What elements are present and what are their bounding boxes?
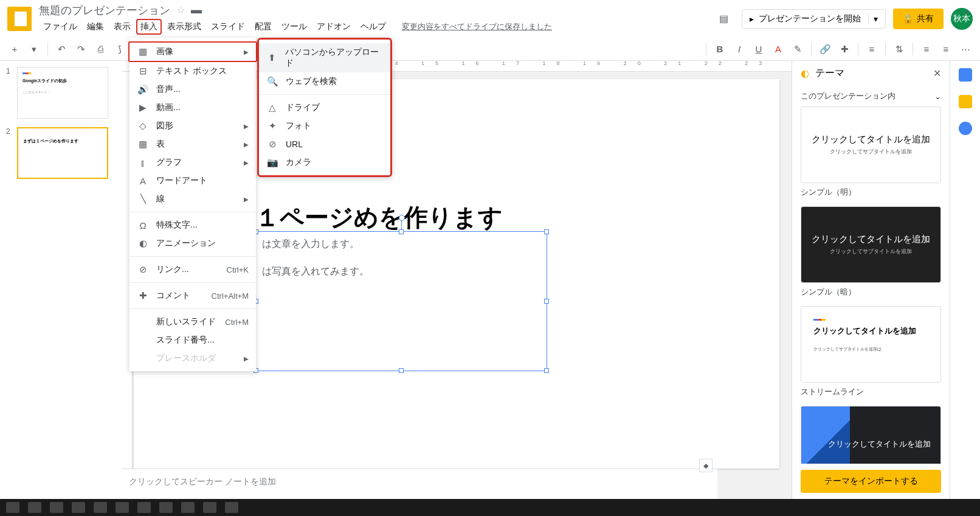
theme-item[interactable]: クリックしてタイトルを追加クリックしてサブタイトルを追加シンプル（明） [801,106,941,201]
speaker-notes[interactable]: クリックしてスピーカー ノートを追加 [122,469,717,499]
print-button[interactable]: ⎙ [92,41,109,58]
resize-handle[interactable] [399,368,404,373]
comment-button[interactable]: ✚ [836,41,853,58]
menu-item-音声...[interactable]: 🔊音声... [129,80,256,99]
submenu-item-label: ドライブ [286,102,320,113]
slide-thumbnail-1[interactable]: Googleスライドの初歩 ここからスタート... [17,67,108,119]
submenu-item-カメラ[interactable]: 📷カメラ [259,153,390,172]
menu-addons[interactable]: アドオン [312,19,355,35]
slide-title-text[interactable]: １ページめを作ります [255,201,503,234]
menu-item-label: 画像 [156,46,173,57]
menu-item-icon: ▦ [137,139,149,150]
menu-item-icon: ◐ [137,238,149,249]
submenu-item-ウェブを検索[interactable]: 🔍ウェブを検索 [259,72,390,91]
undo-button[interactable]: ↶ [53,41,70,58]
theme-item[interactable]: クリックしてタイトルを追加クリックしてサブタイトルを追加シンプル（暗） [801,206,941,301]
theme-item[interactable]: クリックしてタイトルを追加クリックしてサブタイトルを追加はストリームライン [801,306,941,401]
menu-item-テキスト ボックス[interactable]: ⊟テキスト ボックス [129,62,256,80]
submenu-item-ドライブ[interactable]: △ドライブ [259,99,390,117]
new-slide-button[interactable]: + [6,41,23,58]
comments-icon[interactable]: ▤ [713,8,734,30]
menu-item-表[interactable]: ▦表▶ [129,135,256,153]
menu-item-ワードアート[interactable]: Aワードアート [129,172,256,190]
link-button[interactable]: 🔗 [816,41,833,58]
menu-arrange[interactable]: 配置 [250,19,276,35]
close-icon[interactable]: ✕ [933,68,941,79]
paint-format-button[interactable]: ⟆ [111,41,128,58]
menu-item-icon: ✚ [137,290,149,301]
explore-button[interactable]: ◆ [699,459,713,472]
save-status[interactable]: 変更内容をすべてドライブに保存しました [398,19,556,35]
bold-button[interactable]: B [711,41,728,58]
body-text-2[interactable]: は写真を入れてみます。 [262,265,540,278]
theme-name: シンプル（明） [801,183,941,201]
theme-name: シンプル（暗） [801,283,941,301]
calendar-icon[interactable] [959,68,972,82]
menu-item-新しいスライド[interactable]: 新しいスライドCtrl+M [129,313,256,331]
resize-handle[interactable] [544,299,549,304]
bulleted-list-button[interactable]: ≡ [937,41,954,58]
text-color-button[interactable]: A [770,41,787,58]
star-icon[interactable]: ☆ [176,4,185,16]
menu-insert[interactable]: 挿入 [136,19,162,35]
submenu-item-label: フォト [286,120,311,131]
import-theme-button[interactable]: テーマをインポートする [801,470,941,493]
menu-item-リンク...[interactable]: ⊘リンク...Ctrl+K [129,260,256,279]
underline-button[interactable]: U [750,41,767,58]
collapse-toolbar-button[interactable]: ^ [958,5,975,22]
resize-handle[interactable] [544,229,549,234]
chevron-down-icon[interactable]: ▾ [868,14,878,24]
menu-slide[interactable]: スライド [207,19,249,35]
submenu-item-パソコンからアップロード[interactable]: ⬆パソコンからアップロード [259,43,390,72]
menu-item-アニメーション[interactable]: ◐アニメーション [129,234,256,253]
menu-file[interactable]: ファイル [39,19,81,35]
menu-item-スライド番号...[interactable]: スライド番号... [129,331,256,349]
body-text-1[interactable]: は文章を入力します。 [262,238,540,251]
menu-item-プレースホルダ[interactable]: プレースホルダ▶ [129,349,256,368]
line-spacing-button[interactable]: ⇅ [891,41,908,58]
menu-item-グラフ[interactable]: ⫿グラフ▶ [129,153,256,172]
submenu-item-URL[interactable]: ⊘URL [259,135,390,153]
slides-logo-icon[interactable] [7,7,32,31]
slide-thumbnail-2[interactable]: まずは１ページめを作ります [17,127,108,179]
keep-icon[interactable] [959,95,972,108]
menu-item-コメント[interactable]: ✚コメントCtrl+Alt+M [129,287,256,305]
submenu-item-フォト[interactable]: ✦フォト [259,117,390,135]
folder-icon[interactable]: ▬ [191,4,202,16]
menu-tools[interactable]: ツール [277,19,311,35]
menu-item-線[interactable]: ╲線▶ [129,190,256,208]
redo-button[interactable]: ↷ [72,41,89,58]
menu-format[interactable]: 表示形式 [163,19,205,35]
numbered-list-button[interactable]: ≡ [918,41,935,58]
share-button[interactable]: 🔒 共有 [893,9,944,29]
chevron-down-icon[interactable]: ⌄ [934,92,941,101]
thumb-sub: ここからスタート... [22,90,103,94]
menu-view[interactable]: 表示 [109,19,135,35]
theme-item[interactable]: クリックしてタイトルを追加 [801,406,941,464]
rotate-handle[interactable] [401,220,402,229]
resize-handle[interactable] [399,229,404,234]
menu-item-icon: ╲ [137,194,149,204]
submenu-item-label: URL [286,139,303,149]
windows-taskbar[interactable] [0,499,980,516]
selected-textbox[interactable]: は文章を入力します。 は写真を入れてみます。 [255,231,547,371]
doc-title[interactable]: 無題のプレゼンテーション [39,3,170,18]
tasks-icon[interactable] [959,122,972,135]
menu-help[interactable]: ヘルプ [356,19,390,35]
menu-item-label: 音声... [156,84,181,95]
present-button[interactable]: ▸ プレゼンテーションを開始 ▾ [742,9,886,29]
menu-item-icon: ⊘ [137,264,149,275]
italic-button[interactable]: I [731,41,748,58]
menu-item-label: 図形 [156,120,173,131]
highlight-button[interactable]: ✎ [789,41,806,58]
menu-item-図形[interactable]: ◇図形▶ [129,117,256,135]
menu-item-動画...[interactable]: ▶動画... [129,99,256,117]
menu-item-画像[interactable]: ▦画像▶ [128,41,257,62]
new-slide-dropdown[interactable]: ▾ [26,41,43,58]
menu-item-特殊文字...[interactable]: Ω特殊文字... [129,216,256,234]
menu-edit[interactable]: 編集 [83,19,108,35]
align-button[interactable]: ≡ [863,41,880,58]
menu-item-icon: ▦ [137,46,149,57]
more-button[interactable]: ⋯ [957,41,974,58]
resize-handle[interactable] [544,368,549,373]
